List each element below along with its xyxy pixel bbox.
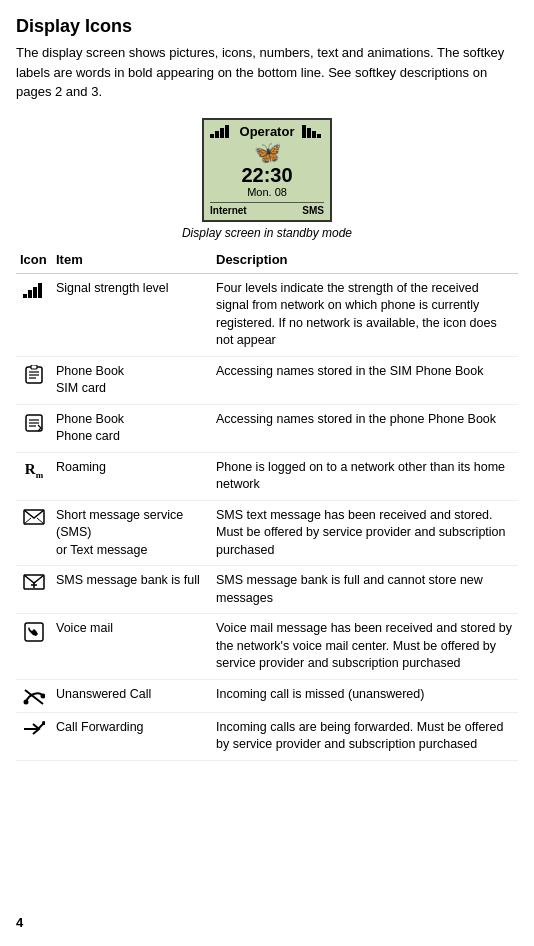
svg-rect-3 [225,125,229,138]
item-cell: Unanswered Call [52,679,212,712]
item-text: Short message service (SMS)or Text messa… [56,507,208,560]
item-cell: Phone BookPhone card [52,404,212,452]
svg-rect-5 [307,128,311,138]
sms-icon [16,500,52,566]
screen-bottom-bar: Internet SMS [210,202,324,216]
svg-rect-8 [23,294,27,298]
page-title: Display Icons [16,16,518,37]
svg-rect-2 [220,128,224,138]
left-softkey-label: Internet [210,205,247,216]
table-row: SMS message bank is fullSMS message bank… [16,566,518,614]
item-cell: Roaming [52,452,212,500]
roaming-icon: Rm [16,452,52,500]
svg-rect-11 [38,283,42,298]
screen-time: 22:30 [210,164,324,186]
sms-bank-full-icon [16,566,52,614]
item-text: Phone BookSIM card [56,363,208,398]
description-text: Incoming call is missed (unanswered) [216,686,514,704]
item-text: Signal strength level [56,280,208,298]
description-cell: SMS text message has been received and s… [212,500,518,566]
description-cell: Accessing names stored in the phone Phon… [212,404,518,452]
description-cell: Four levels indicate the strength of the… [212,273,518,356]
item-cell: Signal strength level [52,273,212,356]
description-cell: Accessing names stored in the SIM Phone … [212,356,518,404]
voice-mail-icon [16,614,52,680]
signal-left [210,124,232,140]
icons-table: Icon Item Description Signal strength le… [16,248,518,761]
table-row: Phone BookSIM cardAccessing names stored… [16,356,518,404]
phone-book-phone-icon [16,404,52,452]
svg-rect-4 [302,125,306,138]
table-row: Short message service (SMS)or Text messa… [16,500,518,566]
item-text: Phone BookPhone card [56,411,208,446]
unanswered-call-icon [16,679,52,712]
table-row: Phone BookPhone cardAccessing names stor… [16,404,518,452]
header-icon: Icon [16,248,52,274]
svg-rect-6 [312,131,316,138]
phone-book-sim-icon [16,356,52,404]
description-text: Phone is logged on to a network other th… [216,459,514,494]
description-text: Incoming calls are being forwarded. Must… [216,719,514,754]
description-cell: Incoming calls are being forwarded. Must… [212,712,518,760]
item-cell: SMS message bank is full [52,566,212,614]
description-text: Accessing names stored in the SIM Phone … [216,363,514,381]
description-text: Accessing names stored in the phone Phon… [216,411,514,429]
table-row: Unanswered CallIncoming call is missed (… [16,679,518,712]
item-text: Call Forwarding [56,719,208,737]
svg-rect-0 [210,134,214,138]
svg-rect-10 [33,287,37,298]
description-cell: Incoming call is missed (unanswered) [212,679,518,712]
phone-screen: Operator 🦋 22:30 Mon. 08 Internet SMS [202,118,332,222]
svg-point-28 [24,699,29,704]
screen-date: Mon. 08 [210,186,324,198]
item-cell: Phone BookSIM card [52,356,212,404]
screen-caption: Display screen in standby mode [182,226,352,240]
screen-butterfly: 🦋 [210,142,324,164]
item-cell: Call Forwarding [52,712,212,760]
svg-line-22 [24,518,31,524]
svg-rect-1 [215,131,219,138]
right-softkey-label: SMS [302,205,324,216]
screen-container: Operator 🦋 22:30 Mon. 08 Internet SMS Di… [16,118,518,240]
table-row: Signal strength levelFour levels indicat… [16,273,518,356]
description-text: Four levels indicate the strength of the… [216,280,514,350]
item-text: Unanswered Call [56,686,208,704]
page-number: 4 [16,915,23,930]
svg-rect-16 [31,365,37,369]
description-text: SMS message bank is full and cannot stor… [216,572,514,607]
intro-text: The display screen shows pictures, icons… [16,43,518,102]
svg-rect-9 [28,290,32,298]
svg-rect-7 [317,134,321,138]
header-description: Description [212,248,518,274]
description-cell: Phone is logged on to a network other th… [212,452,518,500]
item-cell: Voice mail [52,614,212,680]
item-text: Voice mail [56,620,208,638]
table-row: RmRoamingPhone is logged on to a network… [16,452,518,500]
screen-top-bar: Operator [210,124,324,140]
table-row: Call ForwardingIncoming calls are being … [16,712,518,760]
description-cell: SMS message bank is full and cannot stor… [212,566,518,614]
header-item: Item [52,248,212,274]
screen-operator: Operator [240,124,295,139]
description-text: Voice mail message has been received and… [216,620,514,673]
item-text: Roaming [56,459,208,477]
call-forwarding-icon [16,712,52,760]
description-cell: Voice mail message has been received and… [212,614,518,680]
signal-strength-icon [16,273,52,356]
item-cell: Short message service (SMS)or Text messa… [52,500,212,566]
description-text: SMS text message has been received and s… [216,507,514,560]
table-row: Voice mailVoice mail message has been re… [16,614,518,680]
item-text: SMS message bank is full [56,572,208,590]
svg-line-23 [37,518,44,524]
signal-right [302,124,324,140]
